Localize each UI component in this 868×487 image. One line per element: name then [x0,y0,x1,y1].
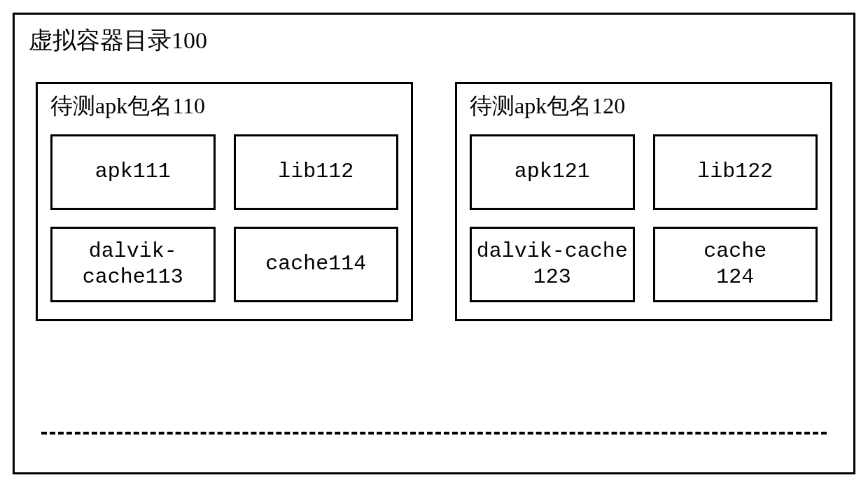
cell-apk: apk111 [50,134,216,210]
cell-apk: apk121 [470,134,635,210]
cell-dalvik-cache: dalvik- cache113 [50,227,216,302]
dashed-divider [41,432,827,435]
cell-lib: lib122 [653,134,818,210]
outer-title: 虚拟容器目录100 [29,22,839,82]
package-cells: apk121 lib122 dalvik-cache 123 cache 124 [470,134,818,302]
package-title: 待测apk包名120 [470,90,818,134]
cell-lib: lib112 [234,134,399,210]
apk-package-120: 待测apk包名120 apk121 lib122 dalvik-cache 12… [455,82,832,321]
cell-cache: cache114 [234,227,399,302]
virtual-container-directory: 虚拟容器目录100 待测apk包名110 apk111 lib112 dalvi… [13,13,855,474]
apk-package-110: 待测apk包名110 apk111 lib112 dalvik- cache11… [36,82,413,321]
cell-dalvik-cache: dalvik-cache 123 [470,227,635,302]
packages-row: 待测apk包名110 apk111 lib112 dalvik- cache11… [29,82,839,321]
cell-cache: cache 124 [653,227,818,302]
package-title: 待测apk包名110 [50,90,398,134]
package-cells: apk111 lib112 dalvik- cache113 cache114 [50,134,398,302]
